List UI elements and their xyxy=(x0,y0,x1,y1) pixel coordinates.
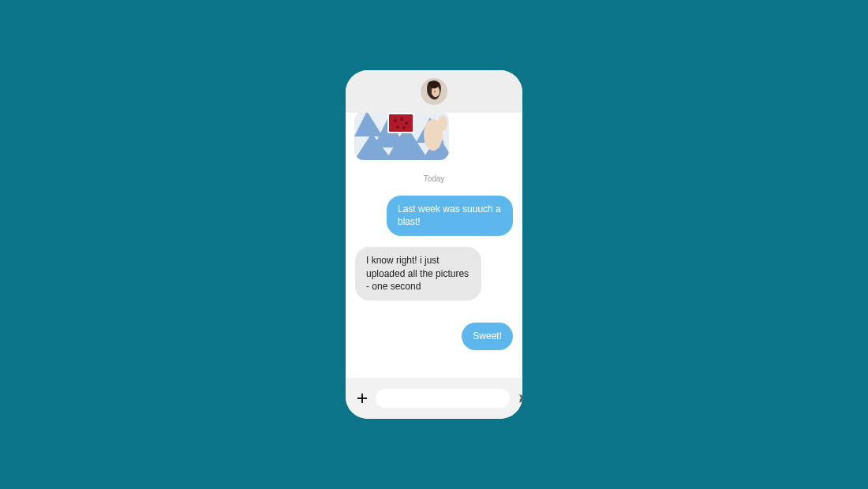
add-attachment-button[interactable] xyxy=(357,391,368,405)
message-bubble-sent[interactable]: Last week was suuuch a blast! xyxy=(387,196,513,236)
composer-bar xyxy=(346,378,522,419)
send-icon xyxy=(518,392,522,405)
message-bubble-sent[interactable]: Sweet! xyxy=(462,323,513,350)
svg-point-16 xyxy=(405,121,408,125)
chat-screen: Today Last week was suuuch a blast! I kn… xyxy=(346,70,522,419)
message-thread[interactable]: Today Last week was suuuch a blast! I kn… xyxy=(346,113,522,378)
day-separator: Today xyxy=(355,174,513,183)
chat-header xyxy=(346,70,522,113)
svg-point-14 xyxy=(394,119,397,122)
message-bubble-received[interactable]: I know right! i just uploaded all the pi… xyxy=(355,247,481,300)
message-input[interactable] xyxy=(376,389,510,408)
svg-point-18 xyxy=(402,126,406,129)
contact-avatar[interactable] xyxy=(421,78,447,105)
send-button[interactable] xyxy=(518,391,522,405)
svg-point-11 xyxy=(438,115,447,131)
svg-point-15 xyxy=(400,118,403,121)
svg-point-17 xyxy=(396,125,399,129)
svg-rect-13 xyxy=(389,114,413,132)
svg-rect-20 xyxy=(357,398,367,399)
svg-rect-2 xyxy=(435,91,436,92)
plus-icon xyxy=(357,393,368,404)
image-message[interactable] xyxy=(354,113,449,160)
